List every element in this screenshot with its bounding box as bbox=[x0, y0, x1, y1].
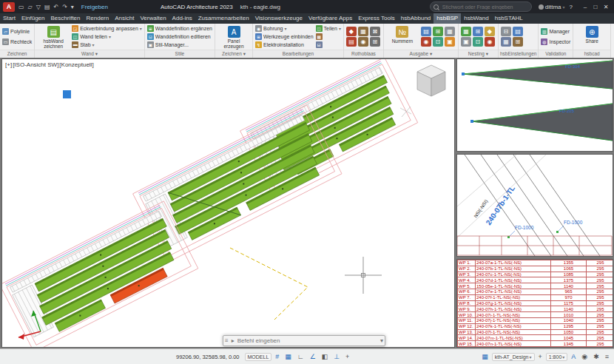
detail-viewport-table[interactable]: WP 1.240-07a-1-TL-NS(-NS)1355295WP 2.240… bbox=[456, 259, 613, 348]
settings-gear-icon[interactable]: ✱ bbox=[591, 352, 601, 361]
ribbon-tab-express-tools[interactable]: Express Tools bbox=[355, 13, 398, 24]
command-line[interactable]: ≡ ▸ ▾ bbox=[223, 335, 385, 346]
share-button[interactable]: Freigeben bbox=[81, 4, 108, 10]
ribbon-tab-ansicht[interactable]: Ansicht bbox=[112, 13, 137, 24]
ribbon-icon-button[interactable]: ◉ bbox=[358, 37, 368, 47]
ribbon-button-share[interactable]: ⊕Share bbox=[576, 24, 608, 49]
snap-icon[interactable]: ▦ bbox=[283, 352, 294, 361]
ribbon-tab-start[interactable]: Start bbox=[0, 13, 18, 24]
ribbon-icon-button[interactable]: ▤ bbox=[346, 37, 357, 47]
plot-icon[interactable]: ▤ bbox=[43, 4, 52, 10]
customization-icon[interactable]: ≡ bbox=[603, 352, 611, 361]
help-button[interactable]: ? bbox=[567, 4, 575, 10]
isolate-objects-icon[interactable]: ◉ bbox=[579, 352, 590, 361]
annotation-scale[interactable]: 1:800▾ bbox=[546, 353, 568, 361]
new-file-icon[interactable]: ▭ bbox=[17, 4, 26, 10]
ribbon-button-inspector[interactable]: ◍Inspector bbox=[541, 38, 570, 46]
grid-icon[interactable]: # bbox=[273, 352, 281, 361]
ribbon-button-manager[interactable]: ▥Manager bbox=[541, 27, 570, 35]
ribbon-tab-hsbabbund[interactable]: hsbAbbund bbox=[398, 13, 433, 24]
ribbon-button-polylinie[interactable]: ▱Polylinie bbox=[2, 27, 32, 35]
qat-dropdown-icon[interactable]: ▾ bbox=[70, 4, 75, 10]
ribbon-button-stil-manager[interactable]: ▣Stil-Manager... bbox=[147, 41, 212, 48]
drawing-canvas[interactable] bbox=[2, 59, 454, 347]
ribbon-icon-button[interactable]: ⊞ bbox=[370, 37, 380, 47]
ribbon-icon-button[interactable]: ⊞ bbox=[433, 27, 443, 36]
ribbon-icon-button[interactable]: ▣ bbox=[445, 37, 455, 47]
main-viewport[interactable]: [+][ISO-Ansicht SW][Konzeptuell] ≡ ▸ ▾ bbox=[1, 58, 455, 348]
search-input[interactable] bbox=[441, 4, 528, 10]
ribbon-button-rechteck[interactable]: ▭Rechteck bbox=[2, 38, 32, 46]
maximize-button[interactable]: □ bbox=[590, 4, 601, 10]
ribbon-tab-verf-gbare-apps[interactable]: Verfügbare Apps bbox=[306, 13, 355, 24]
ribbon-icon-button[interactable]: ⊡ bbox=[433, 37, 443, 47]
ribbon-icon-button[interactable]: ▦ bbox=[445, 27, 455, 36]
ribbon-button-tool[interactable]: ▦ bbox=[316, 33, 341, 41]
ribbon-icon-button[interactable]: ⊟ bbox=[501, 27, 511, 36]
ribbon-button-tool[interactable]: ⊟ bbox=[316, 41, 341, 48]
ribbon-group-label-zeichnen[interactable]: Zeichnen ▾ bbox=[215, 50, 252, 58]
redo-icon[interactable]: ↷ bbox=[61, 4, 69, 10]
ribbon-button-hsbwand-zeichnen[interactable]: ▤hsbWand zeichnen bbox=[37, 24, 70, 49]
visual-style-control[interactable]: [Konzeptuell] bbox=[59, 61, 93, 68]
ribbon-icon-button[interactable]: ⊡ bbox=[473, 37, 483, 47]
ribbon-button-wand-teilen[interactable]: ◫Wand teilen▾ bbox=[72, 33, 142, 41]
ribbon-button-werkzeuge-einbinden[interactable]: ⊞Werkzeuge einbinden bbox=[255, 33, 314, 41]
ribbon-tab-einf-gen[interactable]: Einfügen bbox=[18, 13, 48, 24]
workspace-switch[interactable]: kth-AT_Design▾ bbox=[492, 353, 535, 361]
command-history-chevron-icon[interactable]: ▾ bbox=[379, 337, 385, 344]
ribbon-button-wanddefinition-erg-nzen[interactable]: ⊞Wanddefinition ergänzen bbox=[147, 25, 212, 33]
ribbon-group-label-ausgabe[interactable]: Ausgabe ▾ bbox=[384, 50, 458, 58]
ribbon-button-teilen[interactable]: ◫Teilen▾ bbox=[316, 25, 341, 33]
ribbon-tab-add-ins[interactable]: Add-ins bbox=[169, 13, 195, 24]
ribbon-button-bohrung[interactable]: ◉Bohrung▾ bbox=[255, 25, 314, 33]
ribbon-icon-button[interactable]: ◉ bbox=[485, 37, 495, 47]
detail-viewport-middle[interactable]: NSI(-NSI)240-07b-1-TLFD-1000FD-1000 bbox=[456, 154, 613, 257]
polar-tracking-icon[interactable]: ∠ bbox=[308, 352, 318, 361]
view-cube[interactable] bbox=[414, 63, 448, 103]
ribbon-button-nummern[interactable]: №Nummern bbox=[386, 24, 419, 49]
ribbon-tab-zusammenarbeiten[interactable]: Zusammenarbeiten bbox=[195, 13, 252, 24]
annotation-visibility-icon[interactable]: A bbox=[569, 352, 578, 361]
save-icon[interactable]: ▽ bbox=[35, 4, 42, 10]
dynamic-input-icon[interactable]: + bbox=[343, 352, 351, 361]
ribbon-icon-button[interactable]: ▤ bbox=[513, 27, 523, 36]
app-logo-button[interactable]: A bbox=[3, 2, 15, 12]
ribbon-tab-hsbwand[interactable]: hsbWand bbox=[461, 13, 492, 24]
ribbon-icon-button[interactable]: ▦ bbox=[501, 37, 511, 47]
ribbon-icon-button[interactable]: ▦ bbox=[358, 27, 368, 36]
model-space-toggle[interactable]: MODELL bbox=[245, 353, 272, 361]
ribbon-icon-button[interactable]: ◆ bbox=[346, 27, 357, 36]
ribbon-tab-beschriften[interactable]: Beschriften bbox=[48, 13, 84, 24]
isodraft-icon[interactable]: ◧ bbox=[320, 352, 331, 361]
ribbon-tab-hsbbsp[interactable]: hsbBSP bbox=[433, 13, 461, 24]
detail-viewport-top[interactable]: FD-304FD-205 bbox=[456, 58, 613, 152]
command-customize-icon[interactable]: ≡ bbox=[223, 337, 230, 344]
ribbon-tab-verwalten[interactable]: Verwalten bbox=[137, 13, 169, 24]
ribbon-icon-button[interactable]: ⊠ bbox=[370, 27, 380, 36]
ribbon-icon-button[interactable]: ◆ bbox=[485, 27, 495, 36]
ribbon-icon-button[interactable]: ◉ bbox=[421, 37, 431, 47]
user-account-menu[interactable]: dittma ▾ bbox=[539, 4, 565, 10]
ribbon-tab-hsbstahl[interactable]: hsbSTAHL bbox=[492, 13, 526, 24]
viewport-menu-button[interactable]: [+] bbox=[5, 61, 12, 68]
ribbon-tab-rendern[interactable]: Rendern bbox=[84, 13, 112, 24]
tray-icon[interactable]: + bbox=[536, 352, 544, 361]
ribbon-icon-button[interactable]: ⊞ bbox=[473, 27, 483, 36]
undo-icon[interactable]: ↶ bbox=[52, 4, 60, 10]
ribbon-button-wanddefinition-editieren[interactable]: ⊡Wanddefinition editieren bbox=[147, 33, 212, 41]
object-snap-icon[interactable]: ⊥ bbox=[331, 352, 342, 361]
view-control[interactable]: [ISO-Ansicht SW] bbox=[13, 61, 58, 68]
minimize-button[interactable]: – bbox=[580, 4, 590, 10]
search-box[interactable] bbox=[430, 1, 532, 12]
ribbon-group-label-wand[interactable]: Wand ▾ bbox=[35, 50, 144, 58]
command-input[interactable] bbox=[236, 337, 379, 344]
ribbon-icon-button[interactable]: ▦ bbox=[461, 27, 471, 36]
ribbon-button-panel-erzeugen[interactable]: APanel erzeugen bbox=[217, 24, 250, 49]
close-button[interactable]: ✕ bbox=[601, 4, 611, 10]
ortho-icon[interactable]: ∟ bbox=[295, 352, 306, 361]
ribbon-button-elektroinstallation[interactable]: ↯Elektroinstallation bbox=[255, 41, 314, 48]
open-file-icon[interactable]: ▱ bbox=[27, 4, 34, 10]
snap-settings-icon[interactable]: ▦ bbox=[479, 352, 490, 361]
ribbon-icon-button[interactable]: ▤ bbox=[421, 27, 431, 36]
